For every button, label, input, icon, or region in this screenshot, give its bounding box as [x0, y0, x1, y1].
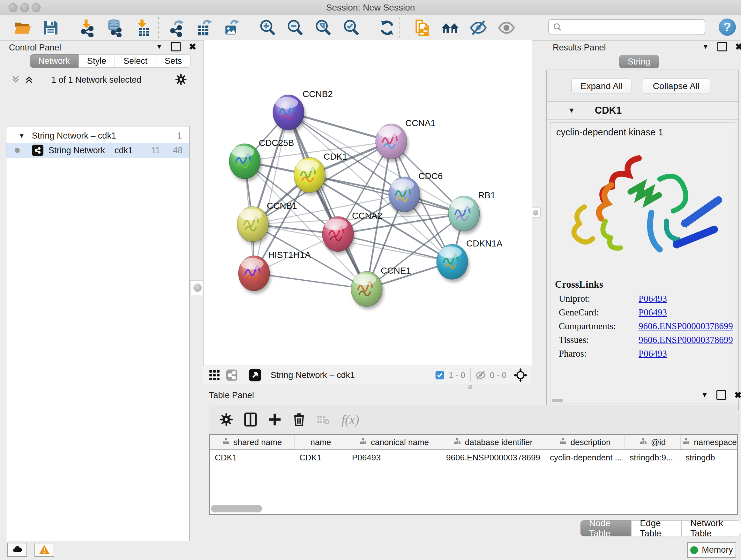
- column-header-shared-name[interactable]: shared name: [210, 435, 294, 449]
- column-hierarchy-icon: [559, 437, 567, 447]
- crosslink-value-link[interactable]: 9606.ENSP00000378699: [638, 321, 733, 331]
- float-panel-icon[interactable]: ▼: [701, 391, 708, 399]
- table-cell[interactable]: CDK1: [294, 450, 347, 465]
- maximize-panel-icon[interactable]: [171, 42, 181, 51]
- tab-select[interactable]: Select: [115, 54, 156, 68]
- selected-checkbox-icon[interactable]: [434, 370, 445, 380]
- import-network-icon[interactable]: [77, 18, 96, 38]
- add-column-icon[interactable]: [267, 412, 282, 427]
- table-cell[interactable]: P06493: [347, 450, 441, 465]
- import-database-icon[interactable]: [104, 18, 124, 38]
- network-edge[interactable]: [288, 112, 367, 289]
- tab-network[interactable]: Network: [30, 54, 78, 68]
- network-node[interactable]: CDKN1A: [436, 239, 502, 282]
- tab-sets[interactable]: Sets: [156, 54, 191, 68]
- float-panel-icon[interactable]: ▼: [702, 43, 709, 51]
- hidden-eye-icon[interactable]: [475, 370, 486, 381]
- close-panel-icon[interactable]: ✖: [189, 42, 196, 52]
- tab-string[interactable]: String: [619, 55, 659, 68]
- save-session-icon[interactable]: [41, 18, 61, 38]
- crosslink-value-link[interactable]: P06493: [638, 307, 667, 318]
- network-node[interactable]: CDC6: [389, 171, 443, 215]
- zoom-selected-icon[interactable]: [341, 18, 361, 38]
- crosslink-value-link[interactable]: P06493: [638, 294, 667, 304]
- maximize-panel-icon[interactable]: [718, 42, 727, 51]
- column-header-database-identifier[interactable]: database identifier: [441, 435, 545, 449]
- crosslink-value-link[interactable]: P06493: [638, 348, 667, 359]
- network-node[interactable]: CCNB2: [273, 89, 333, 133]
- zoom-fit-icon[interactable]: [313, 18, 333, 38]
- tab-style[interactable]: Style: [78, 54, 115, 68]
- open-file-icon[interactable]: [13, 18, 32, 38]
- cloud-button[interactable]: [7, 543, 27, 557]
- export-image-icon[interactable]: [221, 18, 241, 38]
- tab-network-table[interactable]: Network Table: [682, 520, 741, 537]
- table-row[interactable]: CDK1CDK1P064939606.ENSP00000378699cyclin…: [210, 450, 737, 465]
- close-panel-icon[interactable]: ✖: [735, 42, 741, 52]
- home-pair-icon[interactable]: [441, 18, 460, 38]
- close-panel-icon[interactable]: ✖: [734, 390, 741, 400]
- column-header-namespace[interactable]: namespace: [680, 435, 738, 449]
- help-icon[interactable]: ?: [719, 18, 736, 36]
- table-cell[interactable]: 9606.ENSP00000378699: [441, 450, 545, 465]
- network-collection-row[interactable]: ▼ String Network – cdk1 1: [6, 128, 189, 143]
- crosslink-value-link[interactable]: 9606.ENSP00000378699: [638, 334, 733, 345]
- refresh-icon[interactable]: [377, 18, 397, 38]
- detach-view-icon[interactable]: [248, 368, 262, 382]
- network-node[interactable]: RB1: [448, 190, 495, 234]
- network-status-dot-icon: [15, 148, 20, 153]
- left-splitter-handle[interactable]: [190, 280, 205, 295]
- table-cell[interactable]: cyclin-dependent ...: [545, 450, 624, 465]
- collapse-triangle-icon[interactable]: ▼: [568, 106, 575, 115]
- table-cell[interactable]: stringdb: [680, 450, 738, 465]
- show-selected-icon[interactable]: [496, 18, 516, 38]
- column-header--id[interactable]: @id: [624, 435, 680, 449]
- table-settings-gear-icon[interactable]: [219, 412, 233, 427]
- table-hscrollbar-thumb[interactable]: [211, 505, 262, 512]
- network-edge[interactable]: [254, 112, 288, 273]
- zoom-in-icon[interactable]: [258, 18, 278, 38]
- node-label: CDC6: [418, 171, 443, 181]
- string-document-icon[interactable]: [412, 18, 432, 38]
- collapse-triangle-icon[interactable]: ▼: [18, 132, 25, 139]
- search-input[interactable]: [548, 19, 705, 35]
- network-view-icon[interactable]: [226, 369, 238, 381]
- hide-selected-icon[interactable]: [468, 18, 488, 38]
- expand-all-button[interactable]: Expand All: [571, 78, 632, 94]
- network-node[interactable]: CDK1: [294, 152, 347, 195]
- network-node[interactable]: CCNE1: [351, 266, 411, 309]
- network-row[interactable]: String Network – cdk1 11 48: [6, 143, 189, 158]
- grid-view-icon[interactable]: [208, 369, 220, 381]
- column-header-name[interactable]: name: [294, 435, 347, 449]
- maximize-panel-icon[interactable]: [717, 390, 726, 400]
- node-label: CCNA2: [352, 211, 382, 221]
- column-header-description[interactable]: description: [545, 435, 624, 449]
- search-input-field[interactable]: [562, 22, 697, 33]
- warnings-button[interactable]: [35, 543, 54, 557]
- export-table-icon[interactable]: [194, 18, 214, 38]
- import-table-icon[interactable]: [132, 18, 152, 38]
- collapse-all-button[interactable]: Collapse All: [642, 78, 711, 94]
- show-columns-icon[interactable]: [243, 412, 258, 427]
- zoom-out-icon[interactable]: [285, 18, 305, 38]
- export-network-icon[interactable]: [166, 18, 186, 38]
- column-hierarchy-icon: [454, 437, 461, 447]
- network-canvas[interactable]: CCNB2CCNA1CDC25BCDK1CDC6RB1CCNB1CCNA2CDK…: [203, 40, 532, 366]
- node-label: CCNB2: [302, 89, 333, 99]
- node-label: CDKN1A: [466, 239, 502, 248]
- delete-column-icon[interactable]: [292, 412, 307, 427]
- table-cell[interactable]: stringdb:9...: [624, 450, 680, 465]
- entry-header[interactable]: ▼ CDK1: [547, 102, 738, 120]
- birdseye-crosshair-icon[interactable]: [514, 368, 528, 382]
- column-header-canonical-name[interactable]: canonical name: [347, 435, 441, 449]
- float-panel-icon[interactable]: ▼: [156, 43, 163, 51]
- tab-edge-table[interactable]: Edge Table: [631, 520, 682, 537]
- toolbar-separator: [158, 17, 159, 38]
- tab-node-table[interactable]: Node Table: [581, 520, 631, 537]
- delete-table-icon: [316, 412, 331, 427]
- network-options-gear-icon[interactable]: [175, 73, 187, 85]
- network-node[interactable]: HIST1H1A: [239, 250, 311, 294]
- memory-button[interactable]: Memory: [687, 542, 736, 558]
- main-toolbar: ?: [0, 15, 741, 41]
- table-cell[interactable]: CDK1: [210, 450, 294, 465]
